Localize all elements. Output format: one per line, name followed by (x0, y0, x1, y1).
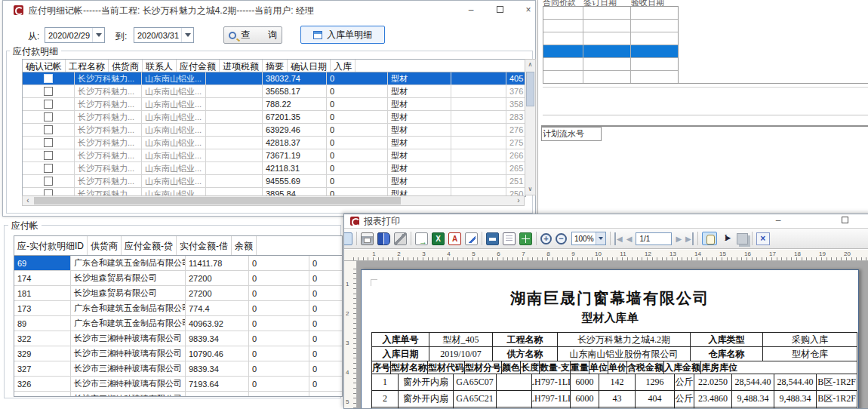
multi-page-icon[interactable] (519, 232, 532, 245)
table-row[interactable]: 326 长沙市三湘特种玻璃有限公司 7193.64 0 0 (14, 377, 342, 392)
copy-icon[interactable] (737, 233, 748, 244)
close-preview-icon[interactable]: × (756, 232, 770, 245)
maximize-button[interactable] (833, 214, 856, 228)
checkbox[interactable] (44, 100, 53, 109)
panel-icon[interactable] (343, 232, 352, 245)
scrollbar-thumb[interactable] (526, 72, 534, 106)
table-row[interactable] (543, 20, 678, 32)
table-row[interactable]: 长沙万科魅力... 山东南山铝业... 35658.17 0 型材 376 (23, 85, 525, 98)
column-header[interactable]: 进项税额 (220, 60, 263, 72)
toolbar-separator[interactable] (482, 232, 482, 245)
table-row[interactable]: 长沙万科魅力... 山东南山铝业... 67201.35 0 型材 283 (23, 111, 525, 124)
table-row[interactable] (543, 32, 678, 45)
to-date-combobox[interactable]: 2020/03/31 (134, 27, 194, 43)
table-row[interactable] (543, 58, 678, 71)
tools-icon[interactable] (394, 232, 407, 245)
chevron-down-icon[interactable] (596, 232, 605, 244)
column-header[interactable]: 工程名称 (66, 60, 109, 72)
toolbar-separator[interactable] (356, 232, 357, 245)
horizontal-scrollbar[interactable]: ‹ › (22, 195, 525, 206)
table-row[interactable]: 长沙万科魅力... 山东南山铝业... 38032.74 0 型材 405 (23, 72, 525, 85)
first-page-icon[interactable]: ◀ (614, 232, 623, 245)
excel-icon[interactable] (432, 232, 445, 245)
close-button[interactable]: × (863, 214, 868, 228)
checkbox[interactable] (44, 74, 53, 83)
scroll-up-icon[interactable]: ∧ (525, 60, 535, 70)
table-row[interactable]: 329 长沙市三湘特种玻璃有限公司 10790.46 0 0 (14, 346, 342, 361)
minimize-button[interactable]: – (460, 4, 482, 17)
column-header[interactable]: 应-实付款明细ID (14, 236, 88, 255)
table-row[interactable]: 327 长沙市三湘特种玻璃有限公司 9839.34 0 0 (14, 361, 342, 377)
column-header[interactable]: 实付金额-借 (177, 236, 232, 255)
from-date-combobox[interactable]: 2020/02/29 (45, 27, 105, 43)
scroll-down-icon[interactable]: ∨ (525, 184, 535, 195)
next-page-icon[interactable]: ▶ (676, 232, 682, 245)
table-row[interactable]: 长沙万科魅力... 山东南山铝业... 73671.19 0 型材 266 (23, 149, 525, 162)
toolbar-separator[interactable] (411, 232, 411, 245)
table-row[interactable]: 322 长沙市三湘特种玻璃有限公司 9839.34 0 0 (14, 331, 342, 346)
close-button[interactable]: × (517, 4, 540, 17)
table-row[interactable]: 173 广东合和建筑五金制品有限公司 774.4 0 0 (14, 301, 342, 316)
toolbar-separator[interactable] (536, 232, 537, 245)
column-header[interactable]: 应付金额 (177, 60, 220, 72)
report-preview-area[interactable]: 湖南巨晟门窗幕墙有限公司 型材入库单 入库单号 型材_405 工程名称 长沙万科… (357, 261, 868, 408)
column-header[interactable]: 余额 (232, 236, 257, 255)
table-row[interactable]: 长沙万科魅力... 山东南山铝业... 42118.31 0 型材 265 (23, 162, 525, 175)
column-header[interactable]: 确认日期 (288, 60, 331, 72)
hand-tool-icon[interactable] (702, 232, 717, 245)
table-row[interactable]: 长沙市三湘特种玻璃有限公司 (14, 392, 342, 396)
zoom-out-icon[interactable] (556, 233, 567, 244)
query-button[interactable]: 查 询 (223, 26, 282, 44)
table-row[interactable] (543, 45, 678, 58)
column-header[interactable]: 摘要 (263, 60, 288, 72)
pdf-icon[interactable] (448, 232, 461, 245)
checkbox[interactable] (44, 164, 53, 173)
printer-icon[interactable] (361, 232, 374, 245)
table-row[interactable]: 长沙万科魅力... 山东南山铝业... 788.22 0 型材 358 (23, 98, 525, 111)
checkbox[interactable] (44, 138, 53, 147)
table-row[interactable]: 长沙万科魅力... 山东南山铝业... 42818.37 0 型材 275 (23, 137, 525, 149)
column-header[interactable]: 联系人 (143, 60, 177, 72)
checkbox[interactable] (44, 87, 53, 96)
column-header[interactable]: 确认记帐 (23, 60, 66, 72)
text-select-icon[interactable] (721, 232, 733, 245)
table-row[interactable] (543, 7, 678, 20)
export-page-icon[interactable] (415, 232, 428, 245)
zoom-combobox[interactable]: 100% (571, 232, 606, 245)
maximize-button[interactable] (488, 4, 511, 17)
inbound-detail-button[interactable]: 入库单明细 (300, 26, 385, 44)
table-row[interactable]: 174 长沙坦森贸易有限公司 27200 0 0 (14, 271, 342, 286)
plan-serial-field[interactable]: 计划流水号 (541, 127, 602, 141)
table-row[interactable]: 长沙万科魅力... 山东南山铝业... 94555.69 0 型材 251 (23, 175, 525, 188)
scroll-right-icon[interactable]: › (513, 196, 524, 205)
table-row[interactable]: 长沙万科魅力... 山东南山铝业... 63929.46 0 型材 276 (23, 124, 525, 137)
table-row[interactable] (543, 71, 678, 84)
chevron-down-icon[interactable] (181, 28, 193, 42)
column-header[interactable]: 入库 (331, 60, 356, 72)
single-page-icon[interactable] (503, 232, 516, 245)
scrollbar-thumb[interactable] (34, 197, 401, 204)
checkbox[interactable] (44, 125, 53, 134)
last-page-icon[interactable]: ▶ (685, 232, 694, 245)
column-header[interactable]: 合同价款 (543, 0, 583, 6)
chevron-down-icon[interactable] (92, 28, 104, 42)
table-row[interactable]: 69 广东合和建筑五金制品有限公司 11411.78 0 0 (14, 256, 342, 271)
scroll-left-icon[interactable]: ‹ (23, 196, 33, 205)
column-header[interactable]: 应付金额-贷 (122, 236, 177, 255)
zoom-in-icon[interactable] (540, 233, 552, 244)
checkbox[interactable] (44, 151, 53, 160)
checkbox[interactable] (44, 112, 53, 121)
edit-icon[interactable] (465, 232, 478, 245)
column-header[interactable]: 供货商 (88, 236, 122, 255)
book-icon[interactable] (377, 232, 390, 245)
table-row[interactable]: 89 广东合和建筑五金制品有限公司 40963.92 0 0 (14, 316, 342, 331)
table-row[interactable]: 181 长沙坦森贸易有限公司 27200 0 0 (14, 286, 342, 301)
column-header[interactable]: 验收日期 (631, 0, 679, 6)
print-setup-icon[interactable] (486, 232, 499, 245)
prev-page-icon[interactable]: ◀ (626, 232, 633, 245)
column-header[interactable]: 签订日期 (583, 0, 631, 6)
column-header[interactable]: 供货商 (109, 60, 143, 72)
page-number-input[interactable]: 1/1 (636, 232, 672, 245)
vertical-scrollbar[interactable]: ∧ ∨ (525, 59, 536, 195)
minimize-button[interactable]: – (767, 214, 790, 228)
